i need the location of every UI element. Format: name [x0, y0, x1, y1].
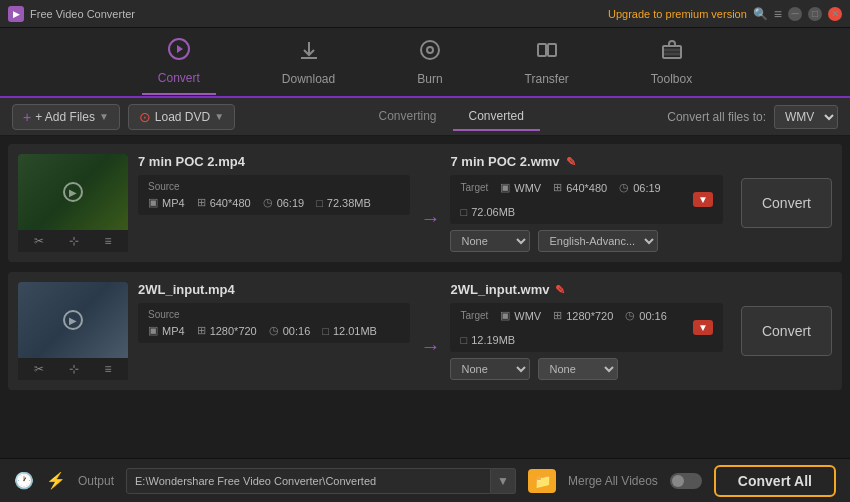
source-res-value-2: 1280*720 — [210, 325, 257, 337]
toggle-thumb — [672, 475, 684, 487]
maximize-button[interactable]: □ — [808, 7, 822, 21]
format-select[interactable]: WMV MP4 AVI MOV — [774, 105, 838, 129]
tgt-size-icon-2: □ — [460, 334, 467, 346]
folder-icon: 📁 — [534, 473, 551, 489]
merge-toggle[interactable] — [670, 473, 702, 489]
trim-icon-1[interactable]: ⊹ — [69, 234, 79, 248]
nav-transfer[interactable]: Transfer — [509, 30, 585, 94]
convert-all-label: Convert All — [738, 473, 812, 489]
tab-group: Converting Converted — [362, 103, 539, 131]
file-thumbnail-1: ▶ ✂ ⊹ ≡ — [18, 154, 128, 252]
tgt-dur-icon-2: ◷ — [625, 309, 635, 322]
svg-marker-1 — [177, 45, 183, 53]
format-icon-1: ▣ — [148, 196, 158, 209]
converted-tab-label: Converted — [469, 109, 524, 123]
search-icon[interactable]: 🔍 — [753, 7, 768, 21]
source-size-value-2: 12.01MB — [333, 325, 377, 337]
browse-folder-button[interactable]: 📁 — [528, 469, 556, 493]
target-label-1: Target — [460, 182, 488, 193]
source-resolution-1: ⊞ 640*480 — [197, 196, 251, 209]
thumbnail-controls-1: ✂ ⊹ ≡ — [18, 230, 128, 252]
source-format-value-1: MP4 — [162, 197, 185, 209]
target-res-value-1: 640*480 — [566, 182, 607, 194]
target-size-value-2: 12.19MB — [471, 334, 515, 346]
subtitle-select-2[interactable]: None — [450, 358, 530, 380]
nav-bar: Convert Download Burn Tran — [0, 28, 850, 98]
minimize-button[interactable]: ─ — [788, 7, 802, 21]
convert-all-button[interactable]: Convert All — [714, 465, 836, 497]
audio-select-2[interactable]: None — [538, 358, 618, 380]
source-block-2: Source ▣ MP4 ⊞ 1280*720 ◷ 00:16 — [138, 303, 410, 343]
load-dvd-button[interactable]: ⊙ Load DVD ▼ — [128, 104, 235, 130]
flash-icon[interactable]: ⚡ — [46, 471, 66, 490]
target-label-text-2: Target — [460, 310, 488, 321]
output-path-input[interactable] — [126, 468, 491, 494]
toolbar: + + Add Files ▼ ⊙ Load DVD ▼ Converting … — [0, 98, 850, 136]
convert-button-2[interactable]: Convert — [741, 306, 832, 356]
target-dur-value-2: 00:16 — [639, 310, 667, 322]
bottom-bar: 🕐 ⚡ Output ▼ 📁 Merge All Videos Convert … — [0, 458, 850, 502]
res-icon-1: ⊞ — [197, 196, 206, 209]
target-details-1: Target ▣ WMV ⊞ 640*480 ◷ 06:19 — [460, 181, 689, 218]
target-format-dropdown-1[interactable]: ▼ — [693, 192, 713, 207]
add-files-label: + Add Files — [35, 110, 95, 124]
add-files-button[interactable]: + + Add Files ▼ — [12, 104, 120, 130]
burn-nav-icon — [418, 38, 442, 68]
close-button[interactable]: ✕ — [828, 7, 842, 21]
convert-button-1[interactable]: Convert — [741, 178, 832, 228]
target-label-text-1: Target — [460, 182, 488, 193]
title-bar-left: ▶ Free Video Converter — [8, 6, 135, 22]
edit-icon-2[interactable]: ✎ — [555, 283, 565, 297]
tgt-res-icon-1: ⊞ — [553, 181, 562, 194]
source-details-2: ▣ MP4 ⊞ 1280*720 ◷ 00:16 □ 12.01MB — [148, 324, 400, 337]
svg-rect-10 — [664, 53, 680, 55]
settings-icon-2[interactable]: ≡ — [104, 362, 111, 376]
menu-icon[interactable]: ≡ — [774, 6, 782, 22]
file-thumbnail-2: ▶ ✂ ⊹ ≡ — [18, 282, 128, 380]
nav-toolbox[interactable]: Toolbox — [635, 30, 708, 94]
target-resolution-2: ⊞ 1280*720 — [553, 309, 613, 322]
nav-convert[interactable]: Convert — [142, 29, 216, 95]
subtitle-select-1[interactable]: None — [450, 230, 530, 252]
path-dropdown-caret[interactable]: ▼ — [491, 468, 516, 494]
merge-videos-label: Merge All Videos — [568, 474, 658, 488]
add-files-caret: ▼ — [99, 111, 109, 122]
audio-select-1[interactable]: English-Advanc... — [538, 230, 658, 252]
convert-nav-icon — [167, 37, 191, 67]
tgt-size-icon-1: □ — [460, 206, 467, 218]
thumbnail-image-2: ▶ — [18, 282, 128, 358]
settings-icon-1[interactable]: ≡ — [104, 234, 111, 248]
target-block-2: 2WL_input.wmv ✎ Target ▣ WMV ⊞ 1280*720 — [450, 282, 722, 380]
target-format-dropdown-2[interactable]: ▼ — [693, 320, 713, 335]
cut-icon-1[interactable]: ✂ — [34, 234, 44, 248]
target-res-value-2: 1280*720 — [566, 310, 613, 322]
source-format-1: ▣ MP4 — [148, 196, 185, 209]
dur-icon-1: ◷ — [263, 196, 273, 209]
source-duration-2: ◷ 00:16 — [269, 324, 311, 337]
edit-icon-1[interactable]: ✎ — [566, 155, 576, 169]
upgrade-link[interactable]: Upgrade to premium version — [608, 8, 747, 20]
convert-all-files-label: Convert all files to: — [667, 110, 766, 124]
target-name-text-2: 2WL_input.wmv — [450, 282, 549, 297]
clock-icon[interactable]: 🕐 — [14, 471, 34, 490]
file-item-2: ▶ ✂ ⊹ ≡ 2WL_input.mp4 Source ▣ MP4 ⊞ — [8, 272, 842, 390]
source-filename-1: 7 min POC 2.mp4 — [138, 154, 410, 169]
source-details-1: ▣ MP4 ⊞ 640*480 ◷ 06:19 □ 72.38MB — [148, 196, 400, 209]
burn-nav-label: Burn — [417, 72, 442, 86]
nav-download[interactable]: Download — [266, 30, 351, 94]
convert-nav-label: Convert — [158, 71, 200, 85]
target-resolution-1: ⊞ 640*480 — [553, 181, 607, 194]
trim-icon-2[interactable]: ⊹ — [69, 362, 79, 376]
nav-burn[interactable]: Burn — [401, 30, 458, 94]
app-title: Free Video Converter — [30, 8, 135, 20]
svg-point-3 — [421, 41, 439, 59]
toolbox-nav-icon — [660, 38, 684, 68]
cut-icon-2[interactable]: ✂ — [34, 362, 44, 376]
tab-converting[interactable]: Converting — [362, 103, 452, 131]
dvd-icon: ⊙ — [139, 109, 151, 125]
source-label-1: Source — [148, 181, 400, 192]
source-filename-2: 2WL_input.mp4 — [138, 282, 410, 297]
download-nav-label: Download — [282, 72, 335, 86]
thumbnail-image-1: ▶ — [18, 154, 128, 230]
tab-converted[interactable]: Converted — [453, 103, 540, 131]
